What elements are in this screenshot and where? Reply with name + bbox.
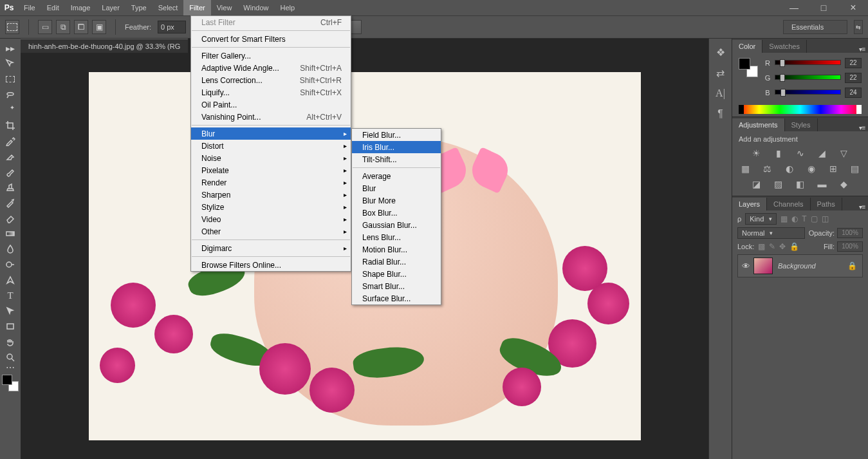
minimize-button[interactable]: ― xyxy=(779,0,809,15)
blend-mode-select[interactable]: Normal xyxy=(737,227,805,239)
mi-browse-filters-online[interactable]: Browse Filters Online... xyxy=(191,259,351,271)
magic-wand-tool[interactable] xyxy=(2,103,19,117)
pen-tool[interactable] xyxy=(2,273,19,287)
fill-value[interactable]: 100% xyxy=(837,241,863,252)
document-tab[interactable]: hinh-anh-em-be-de-thuong-40.jpg @ 33.3% … xyxy=(21,39,188,53)
filter-shape-icon[interactable]: ▢ xyxy=(811,214,818,223)
maximize-button[interactable]: □ xyxy=(809,0,838,15)
mi-lens-correction[interactable]: Lens Correction...Shift+Ctrl+R xyxy=(191,74,351,86)
filter-adjust-icon[interactable]: ◐ xyxy=(791,214,798,223)
move-tool[interactable] xyxy=(2,57,19,71)
workspace-arrows-icon[interactable]: ⇆ xyxy=(854,20,863,34)
dodge-tool[interactable] xyxy=(2,258,19,272)
tab-styles[interactable]: Styles xyxy=(785,118,818,131)
mi-radial-blur[interactable]: Radial Blur... xyxy=(352,256,441,268)
lock-all-icon[interactable]: 🔒 xyxy=(790,242,799,251)
mi-other[interactable]: Other xyxy=(191,225,351,238)
mi-surface-blur[interactable]: Surface Blur... xyxy=(352,292,441,304)
mi-render[interactable]: Render xyxy=(191,176,351,189)
mi-motion-blur[interactable]: Motion Blur... xyxy=(352,243,441,256)
b-slider[interactable] xyxy=(775,89,841,96)
filter-type-icon[interactable]: T xyxy=(802,214,806,223)
mi-digimarc[interactable]: Digimarc xyxy=(191,242,351,254)
panel-menu-icon[interactable]: ▾≡ xyxy=(856,124,868,131)
channel-mixer-icon[interactable]: ⊞ xyxy=(827,164,839,174)
vibrance-icon[interactable]: ▽ xyxy=(838,148,850,158)
eyedropper-tool[interactable] xyxy=(2,134,19,148)
tab-layers[interactable]: Layers xyxy=(732,198,767,211)
gradient-tool[interactable] xyxy=(2,227,19,241)
mi-video[interactable]: Video xyxy=(191,213,351,225)
tab-channels[interactable]: Channels xyxy=(767,198,810,211)
hue-icon[interactable]: ▦ xyxy=(740,164,752,174)
menu-filter[interactable]: Filter xyxy=(183,0,210,15)
mi-lens-blur[interactable]: Lens Blur... xyxy=(352,231,441,243)
mi-stylize[interactable]: Stylize xyxy=(191,201,351,213)
mi-adaptive-wide-angle[interactable]: Adaptive Wide Angle...Shift+Ctrl+A xyxy=(191,62,351,74)
arrow-handle-icon[interactable]: ▸▸ xyxy=(2,41,19,55)
feather-input[interactable] xyxy=(158,21,186,33)
photo-filter-icon[interactable]: ◉ xyxy=(806,164,817,174)
type-tool[interactable]: T xyxy=(2,288,19,303)
mi-box-blur[interactable]: Box Blur... xyxy=(352,207,441,219)
foreground-background-swatches[interactable] xyxy=(2,375,19,391)
filter-pixel-icon[interactable]: ▦ xyxy=(780,214,788,223)
lasso-tool[interactable] xyxy=(2,88,19,102)
paragraph-panel-icon[interactable]: ¶ xyxy=(714,107,728,121)
g-slider[interactable] xyxy=(775,75,841,81)
sel-new-icon[interactable]: ▭ xyxy=(38,20,52,34)
lock-paint-icon[interactable]: ✎ xyxy=(769,242,775,251)
tab-paths[interactable]: Paths xyxy=(811,198,842,211)
mi-blur-more[interactable]: Blur More xyxy=(352,194,441,207)
healing-brush-tool[interactable] xyxy=(2,149,19,164)
mi-distort[interactable]: Distort xyxy=(191,140,351,152)
posterize-icon[interactable]: ▨ xyxy=(773,179,784,189)
mi-iris-blur[interactable]: Iris Blur... xyxy=(352,141,441,153)
menu-view[interactable]: View xyxy=(211,0,238,15)
mi-vanishing-point[interactable]: Vanishing Point...Alt+Ctrl+V xyxy=(191,111,351,123)
menu-window[interactable]: Window xyxy=(237,0,274,15)
mi-last-filter[interactable]: Last FilterCtrl+F xyxy=(191,16,351,28)
brightness-icon[interactable]: ☀ xyxy=(751,148,762,158)
menu-edit[interactable]: Edit xyxy=(41,0,65,15)
exposure-icon[interactable]: ◢ xyxy=(817,148,828,158)
mi-blur[interactable]: Blur xyxy=(352,182,441,194)
mi-average[interactable]: Average xyxy=(352,170,441,182)
history-brush-tool[interactable] xyxy=(2,196,19,210)
tab-swatches[interactable]: Swatches xyxy=(762,40,807,53)
workspace-switcher[interactable]: Essentials xyxy=(783,20,847,34)
filter-smart-icon[interactable]: ◫ xyxy=(822,214,829,223)
threshold-icon[interactable]: ◧ xyxy=(795,179,806,189)
current-tool-icon[interactable] xyxy=(5,20,19,34)
mi-smart-blur[interactable]: Smart Blur... xyxy=(352,280,441,292)
layer-row-background[interactable]: 👁 Background 🔒 xyxy=(737,254,863,277)
sel-subtract-icon[interactable]: ⧠ xyxy=(74,20,88,34)
hand-tool[interactable] xyxy=(2,335,19,349)
spectrum-bar[interactable] xyxy=(739,105,862,114)
mi-shape-blur[interactable]: Shape Blur... xyxy=(352,268,441,280)
menu-image[interactable]: Image xyxy=(65,0,97,15)
mi-field-blur[interactable]: Field Blur... xyxy=(352,129,441,141)
marquee-tool[interactable] xyxy=(2,72,19,86)
layer-thumbnail[interactable] xyxy=(753,258,773,274)
panel-menu-icon[interactable]: ▾≡ xyxy=(856,203,868,211)
mi-liquify[interactable]: Liquify...Shift+Ctrl+X xyxy=(191,86,351,98)
mi-tilt-shift[interactable]: Tilt-Shift... xyxy=(352,153,441,165)
menu-select[interactable]: Select xyxy=(152,0,184,15)
blur-tool[interactable] xyxy=(2,242,19,256)
tab-color[interactable]: Color xyxy=(732,40,762,53)
sel-add-icon[interactable]: ⧉ xyxy=(56,20,70,34)
balance-icon[interactable]: ⚖ xyxy=(762,164,773,174)
mi-convert-smart[interactable]: Convert for Smart Filters xyxy=(191,33,351,45)
gradient-map-icon[interactable]: ▬ xyxy=(817,179,828,189)
mi-noise[interactable]: Noise xyxy=(191,152,351,164)
layer-filter-kind[interactable]: Kind xyxy=(745,213,777,225)
mi-gaussian-blur[interactable]: Gaussian Blur... xyxy=(352,219,441,231)
curves-icon[interactable]: ∿ xyxy=(795,148,806,158)
path-selection-tool[interactable] xyxy=(2,304,19,318)
g-value[interactable]: 22 xyxy=(845,73,862,83)
menu-layer[interactable]: Layer xyxy=(96,0,125,15)
bw-icon[interactable]: ◐ xyxy=(784,164,795,174)
opacity-value[interactable]: 100% xyxy=(837,228,863,238)
menu-help[interactable]: Help xyxy=(274,0,300,15)
